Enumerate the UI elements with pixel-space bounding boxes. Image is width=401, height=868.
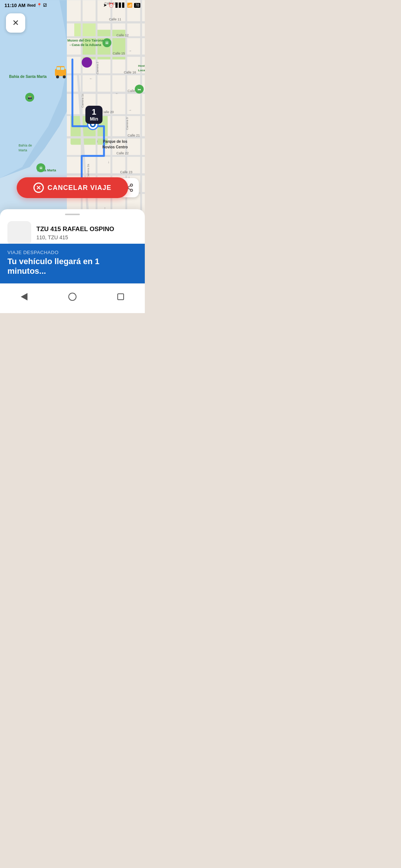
nav-back-button[interactable] [17,289,32,304]
back-icon [21,293,27,300]
svg-text:🛏: 🛏 [138,88,141,91]
svg-text:🏛: 🏛 [105,41,109,45]
nav-recent-button[interactable] [113,289,128,304]
driver-name: TZU 415 RAFAEL OSPINO [36,226,137,233]
status-time: 11:10 AM [4,3,26,8]
navigation-icon: ➤ [103,3,107,8]
location-icon: 📍 [37,3,42,8]
svg-text:←: ← [115,91,119,95]
svg-text:Calle 11: Calle 11 [109,17,121,21]
nav-home-button[interactable] [65,289,80,304]
feed-icon: ifeed [27,3,36,7]
wifi-icon: 📶 [127,3,133,8]
svg-text:←: ← [89,76,93,80]
svg-text:Carrera 2a: Carrera 2a [87,164,90,178]
svg-text:Calle 21: Calle 21 [127,134,140,137]
battery-icon: 78 [134,3,140,8]
svg-text:Calle 20: Calle 20 [101,110,114,114]
driver-avatar [7,221,31,245]
svg-text:Carrera 2: Carrera 2 [96,62,99,74]
svg-text:↓: ↓ [108,160,110,164]
svg-text:Novios Centro: Novios Centro [102,145,128,149]
home-icon [68,293,76,301]
task-icon: ☑ [43,3,47,8]
svg-text:Carrera 1c: Carrera 1c [81,93,84,108]
svg-point-77 [130,189,133,191]
svg-text:- Casa de la Aduana: - Casa de la Aduana [69,43,101,47]
svg-text:Host: Host [138,64,145,68]
close-icon: ✕ [12,18,19,28]
svg-point-75 [130,184,133,186]
svg-rect-64 [57,67,60,70]
svg-text:Calle 16: Calle 16 [124,70,136,74]
svg-text:Calle 15: Calle 15 [113,52,125,55]
svg-text:Calle 12: Calle 12 [116,33,128,37]
svg-text:Museo del Oro Tairona: Museo del Oro Tairona [68,39,104,42]
svg-text:Calle 22: Calle 22 [116,151,128,155]
svg-text:📸: 📸 [28,95,32,100]
svg-point-56 [82,57,92,68]
svg-text:Marta: Marta [19,148,27,152]
dispatch-notification: VIAJE DESPACHADO Tu vehículo llegará en … [0,244,145,283]
signal-icon: ▋▋▋ [115,3,125,8]
svg-text:Loca: Loca [138,69,145,72]
status-bar: 11:10 AM ifeed 📍 ☑ ➤ ⏰ ▋▋▋ 📶 78 [0,0,145,10]
eta-number: 1 [90,108,98,116]
svg-text:→: → [128,108,132,112]
eta-badge: 1 Min [85,106,102,124]
svg-text:Parque de los: Parque de los [103,139,127,144]
navigation-bar [0,283,145,313]
driver-plate: 110, TZU 415 [36,234,137,240]
svg-line-78 [128,188,131,190]
dispatch-message: Tu vehículo llegará en 1 minutos... [7,257,137,276]
svg-text:Calle 23: Calle 23 [120,170,132,174]
svg-rect-65 [61,67,64,70]
dispatch-label: VIAJE DESPACHADO [7,250,137,255]
svg-text:↑: ↑ [97,139,98,144]
svg-rect-3 [74,22,97,37]
svg-text:🏛: 🏛 [39,166,43,170]
driver-info: TZU 415 RAFAEL OSPINO 110, TZU 415 [36,226,137,240]
recent-icon [117,293,124,300]
cancel-icon: ✕ [33,183,44,193]
close-button[interactable]: ✕ [6,13,25,33]
svg-text:→: → [128,49,132,53]
svg-text:Carrera 3: Carrera 3 [125,117,129,130]
svg-line-79 [128,186,131,187]
eta-unit: Min [90,116,98,122]
svg-text:Bahía de Santa Marta: Bahía de Santa Marta [9,75,47,79]
cancel-trip-label: CANCELAR VIAJE [48,184,111,192]
svg-text:Bahía de: Bahía de [19,144,32,147]
alarm-icon: ⏰ [108,3,114,8]
svg-point-62 [56,75,59,78]
sheet-handle [65,214,80,215]
svg-point-63 [63,75,66,78]
cancel-trip-button[interactable]: ✕ CANCELAR VIAJE [17,177,128,198]
